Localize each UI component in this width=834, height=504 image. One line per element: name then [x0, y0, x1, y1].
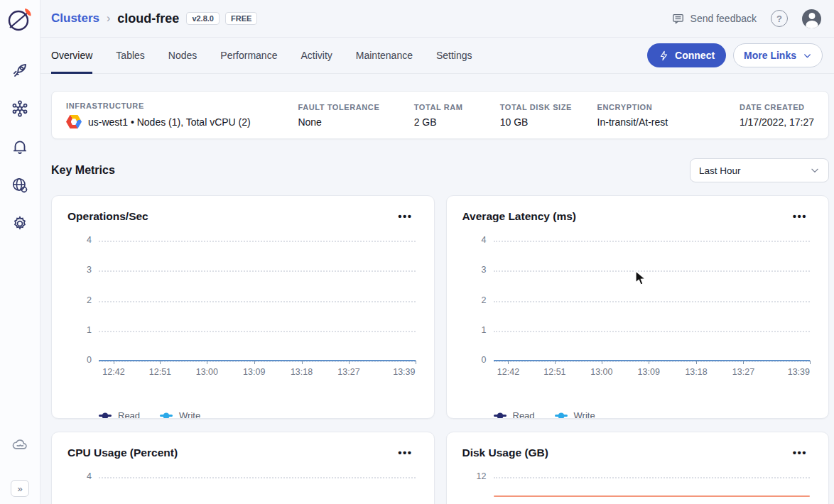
- axis-tick: [649, 361, 649, 364]
- chart-legend: ReadWrite: [494, 410, 811, 419]
- header-actions: Send feedback ?: [671, 9, 821, 28]
- gridline: [99, 270, 416, 272]
- axis-tick: [508, 361, 509, 364]
- x-axis-label: 12:42: [102, 367, 124, 377]
- tab-performance[interactable]: Performance: [220, 38, 277, 73]
- gridline: [494, 331, 811, 332]
- series-marker: [160, 415, 173, 417]
- sidebar-item-alerts[interactable]: [10, 137, 30, 157]
- infra-value: us-west1 • Nodes (1), Total vCPU (2): [66, 115, 298, 128]
- x-axis-label: 13:27: [337, 367, 359, 377]
- send-feedback-label: Send feedback: [691, 13, 757, 24]
- y-axis-label: 1: [66, 325, 92, 335]
- chart-title: Disk Usage (GB): [462, 447, 548, 459]
- y-axis-label: 4: [66, 471, 92, 481]
- tab-settings[interactable]: Settings: [436, 38, 472, 73]
- time-range-select[interactable]: Last Hour: [690, 158, 829, 182]
- sidebar-item-settings[interactable]: [10, 214, 30, 234]
- sidebar-expand-button[interactable]: »: [11, 480, 29, 497]
- tab-activity[interactable]: Activity: [300, 38, 332, 73]
- sidebar: »: [0, 0, 40, 504]
- chart-menu-button[interactable]: •••: [790, 445, 810, 460]
- x-axis-label: 13:18: [291, 367, 313, 377]
- y-axis-label: 4: [66, 235, 92, 245]
- cloud-status-icon[interactable]: [10, 435, 30, 455]
- legend-item[interactable]: Write: [160, 410, 200, 419]
- x-axis: [494, 360, 811, 361]
- brand-logo-icon[interactable]: [6, 6, 34, 34]
- tab-overview[interactable]: Overview: [51, 38, 92, 73]
- legend-item[interactable]: Write: [555, 410, 595, 419]
- axis-tick: [114, 361, 114, 364]
- breadcrumb-clusters-link[interactable]: Clusters: [51, 11, 99, 26]
- user-avatar[interactable]: [802, 9, 821, 28]
- version-badge: v2.8.0: [186, 12, 220, 25]
- y-axis-label: 2: [461, 295, 487, 305]
- send-feedback-button[interactable]: Send feedback: [671, 12, 757, 26]
- chart-card-disk-usage: Disk Usage (GB) ••• 12: [446, 432, 830, 504]
- sidebar-item-regions[interactable]: [10, 175, 30, 195]
- chart-menu-button[interactable]: •••: [395, 445, 415, 460]
- chart-card-cpu-usage: CPU Usage (Percent) ••• 4: [51, 432, 435, 504]
- x-axis-label: 13:00: [196, 367, 218, 377]
- tab-maintenance[interactable]: Maintenance: [356, 38, 413, 73]
- help-button[interactable]: ?: [771, 10, 788, 27]
- axis-tick: [416, 361, 416, 364]
- connect-button[interactable]: Connect: [647, 43, 726, 67]
- gridline: [494, 241, 811, 242]
- cluster-tabbar: Overview Tables Nodes Performance Activi…: [40, 38, 834, 74]
- chevron-down-icon: [810, 165, 820, 175]
- series-marker: [99, 415, 112, 417]
- axis-tick: [349, 361, 350, 364]
- infra-col-date-created: DATE CREATED 1/17/2022, 17:27: [740, 103, 814, 128]
- infra-label: TOTAL RAM: [414, 103, 500, 111]
- chart-menu-button[interactable]: •••: [395, 209, 415, 224]
- x-axis: [99, 360, 416, 361]
- plot-area: 4321012:4212:5113:0013:0913:1813:2713:39: [494, 241, 811, 383]
- connect-button-label: Connect: [675, 50, 715, 61]
- axis-tick: [555, 361, 556, 364]
- infra-value: None: [298, 116, 413, 128]
- infra-col-total-ram: TOTAL RAM 2 GB: [414, 103, 500, 128]
- top-header: Clusters › cloud-free v2.8.0 FREE Send f…: [40, 0, 834, 38]
- key-metrics-row: Key Metrics Last Hour: [51, 158, 829, 182]
- chart-card-operations: Operations/Sec ••• 4321012:4212:5113:001…: [51, 195, 435, 419]
- gridline: [99, 301, 416, 302]
- y-axis-label: 0: [461, 355, 487, 365]
- sidebar-item-clusters[interactable]: [10, 60, 30, 80]
- gridline: [494, 270, 811, 272]
- gridline: [494, 477, 811, 478]
- x-axis-label: 12:51: [543, 367, 565, 377]
- tab-nodes[interactable]: Nodes: [168, 38, 197, 73]
- main-column: Clusters › cloud-free v2.8.0 FREE Send f…: [40, 0, 834, 504]
- lightning-bolt-icon: [659, 50, 669, 61]
- infra-label: DATE CREATED: [740, 103, 814, 111]
- y-axis-label: 3: [461, 265, 487, 275]
- x-axis-label: 12:42: [497, 367, 519, 377]
- x-axis-label: 13:39: [393, 367, 415, 377]
- axis-tick: [743, 361, 744, 364]
- y-axis-label: 4: [461, 235, 487, 245]
- axis-tick: [696, 361, 697, 364]
- tab-actions: Connect More Links: [647, 43, 823, 67]
- series-line: [494, 495, 811, 497]
- key-metrics-heading: Key Metrics: [51, 164, 115, 177]
- legend-item[interactable]: Read: [99, 410, 140, 419]
- app-root: » Clusters › cloud-free v2.8.0 FREE Send…: [0, 0, 834, 504]
- chart-title: Average Latency (ms): [462, 210, 577, 223]
- charts-grid: Operations/Sec ••• 4321012:4212:5113:001…: [51, 195, 829, 504]
- breadcrumb-separator-icon: ›: [107, 12, 110, 25]
- tab-tables[interactable]: Tables: [116, 38, 144, 73]
- x-axis-label: 13:00: [590, 367, 612, 377]
- axis-tick: [602, 361, 602, 364]
- gridline: [494, 301, 811, 302]
- series-marker: [555, 415, 568, 417]
- x-axis-label: 13:18: [685, 367, 707, 377]
- feedback-chat-icon: [671, 12, 685, 26]
- sidebar-item-networking[interactable]: [10, 99, 30, 119]
- more-links-button[interactable]: More Links: [733, 43, 823, 67]
- x-axis-label: 13:09: [638, 367, 660, 377]
- series-marker: [494, 415, 507, 417]
- legend-item[interactable]: Read: [494, 410, 535, 419]
- chart-menu-button[interactable]: •••: [790, 209, 810, 224]
